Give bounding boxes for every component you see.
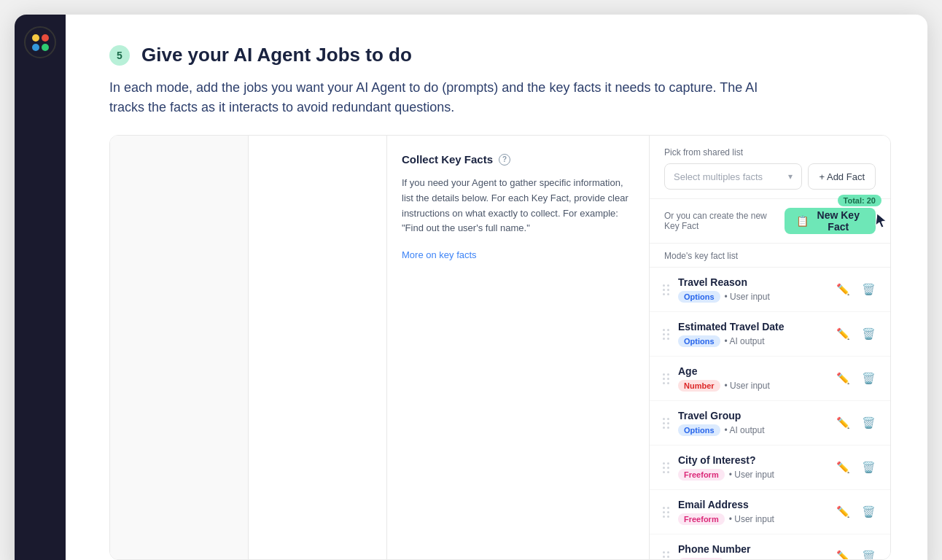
drag-handle[interactable] <box>661 416 671 430</box>
step-description: In each mode, add the jobs you want your… <box>109 78 766 117</box>
logo-dots <box>32 34 49 51</box>
fact-info-0: Travel Reason Options • User input <box>678 276 826 303</box>
fact-type-label-2: • User input <box>725 381 770 391</box>
fact-type-label-1: • AI output <box>725 336 765 346</box>
key-fact-item: Travel Group Options • AI output ✏️ 🗑️ <box>650 401 890 446</box>
new-key-fact-button[interactable]: 📋 New Key Fact <box>785 208 876 234</box>
delete-fact-button-1[interactable]: 🗑️ <box>859 324 879 343</box>
select-placeholder: Select multiples facts <box>674 171 763 182</box>
fact-name-1: Estimated Travel Date <box>678 321 826 332</box>
step-badge: 5 <box>109 45 130 66</box>
fact-actions-3: ✏️ 🗑️ <box>833 413 879 432</box>
edit-fact-button-3[interactable]: ✏️ <box>833 413 853 432</box>
fact-tags-0: Options • User input <box>678 291 826 303</box>
delete-fact-button-3[interactable]: 🗑️ <box>859 413 879 432</box>
fact-type-label-5: • User input <box>729 514 774 524</box>
fact-actions-2: ✏️ 🗑️ <box>833 369 879 388</box>
trash-icon: 🗑️ <box>862 283 876 296</box>
key-fact-item: Travel Reason Options • User input ✏️ 🗑️ <box>650 268 890 312</box>
fact-tags-6: Freeform • User input <box>678 558 826 559</box>
pencil-icon: ✏️ <box>836 416 850 429</box>
delete-fact-button-2[interactable]: 🗑️ <box>859 369 879 388</box>
add-fact-button[interactable]: + Add Fact <box>808 163 876 190</box>
trash-icon: 🗑️ <box>862 550 876 559</box>
left-panel-inner <box>110 136 249 559</box>
select-facts-dropdown[interactable]: Select multiples facts ▾ <box>664 163 802 190</box>
logo-dot-red <box>42 34 49 42</box>
collect-key-facts-title: Collect Key Facts <box>402 153 493 166</box>
pencil-icon: ✏️ <box>836 327 850 341</box>
step-header: 5 Give your AI Agent Jobs to do <box>109 44 891 66</box>
fact-type-label-0: • User input <box>725 292 770 302</box>
fact-tags-4: Freeform • User input <box>678 469 826 481</box>
fact-info-4: City of Interest? Freeform • User input <box>678 454 826 481</box>
step-title: Give your AI Agent Jobs to do <box>141 44 412 66</box>
fact-actions-6: ✏️ 🗑️ <box>833 547 879 559</box>
delete-fact-button-6[interactable]: 🗑️ <box>859 547 879 559</box>
total-badge: Total: 20 <box>838 195 881 206</box>
pick-row: Select multiples facts ▾ + Add Fact <box>664 163 876 190</box>
edit-fact-button-4[interactable]: ✏️ <box>833 458 853 477</box>
pencil-icon: ✏️ <box>836 372 850 385</box>
pick-from-shared-section: Pick from shared list Select multiples f… <box>650 136 890 199</box>
key-fact-list: Travel Reason Options • User input ✏️ 🗑️ <box>650 268 890 559</box>
logo-dot-blue <box>32 44 39 51</box>
fact-tag-1: Options <box>678 335 720 347</box>
key-fact-item: Estimated Travel Date Options • AI outpu… <box>650 312 890 357</box>
trash-icon: 🗑️ <box>862 505 876 518</box>
fact-tags-1: Options • AI output <box>678 335 826 347</box>
trash-icon: 🗑️ <box>862 372 876 385</box>
trash-icon: 🗑️ <box>862 327 876 341</box>
fact-type-label-3: • AI output <box>725 425 765 435</box>
fact-tag-3: Options <box>678 424 720 436</box>
pencil-icon: ✏️ <box>836 550 850 559</box>
fact-name-6: Phone Number <box>678 543 826 555</box>
fact-tags-5: Freeform • User input <box>678 513 826 525</box>
fact-actions-0: ✏️ 🗑️ <box>833 280 879 299</box>
edit-fact-button-1[interactable]: ✏️ <box>833 324 853 343</box>
drag-handle[interactable] <box>661 550 671 560</box>
fact-info-2: Age Number • User input <box>678 365 826 392</box>
fact-tag-0: Options <box>678 291 720 303</box>
cursor-icon <box>874 212 889 230</box>
drag-handle[interactable] <box>661 372 671 386</box>
drag-handle[interactable] <box>661 283 671 297</box>
or-create-label: Or you can create the new Key Fact <box>664 211 785 231</box>
delete-fact-button-5[interactable]: 🗑️ <box>859 502 879 521</box>
middle-panel: Collect Key Facts ? If you need your Age… <box>387 136 650 559</box>
fact-tag-2: Number <box>678 380 720 392</box>
delete-fact-button-4[interactable]: 🗑️ <box>859 458 879 477</box>
drag-handle[interactable] <box>661 327 671 341</box>
logo-dot-green <box>42 44 49 51</box>
fact-tags-3: Options • AI output <box>678 424 826 436</box>
pencil-icon: ✏️ <box>836 283 850 296</box>
delete-fact-button-0[interactable]: 🗑️ <box>859 280 879 299</box>
key-fact-item: Email Address Freeform • User input ✏️ 🗑… <box>650 490 890 534</box>
logo[interactable] <box>24 26 56 58</box>
fact-tag-4: Freeform <box>678 469 725 481</box>
new-key-fact-label: New Key Fact <box>813 209 865 233</box>
main-content: 5 Give your AI Agent Jobs to do In each … <box>66 15 927 560</box>
trash-icon: 🗑️ <box>862 461 876 474</box>
drag-handle[interactable] <box>661 461 671 475</box>
fact-tags-2: Number • User input <box>678 380 826 392</box>
edit-fact-button-6[interactable]: ✏️ <box>833 547 853 559</box>
fact-type-label-4: • User input <box>729 470 774 480</box>
fact-actions-4: ✏️ 🗑️ <box>833 458 879 477</box>
edit-fact-button-2[interactable]: ✏️ <box>833 369 853 388</box>
info-icon[interactable]: ? <box>499 154 510 166</box>
logo-dot-yellow <box>32 34 39 42</box>
fact-name-0: Travel Reason <box>678 276 826 288</box>
more-on-key-facts-link[interactable]: More on key facts <box>402 249 477 260</box>
document-icon: 📋 <box>796 215 809 227</box>
fact-name-2: Age <box>678 365 826 377</box>
right-panel: Pick from shared list Select multiples f… <box>650 136 890 559</box>
drag-handle[interactable] <box>661 505 671 519</box>
fact-name-3: Travel Group <box>678 410 826 421</box>
fact-info-3: Travel Group Options • AI output <box>678 410 826 436</box>
edit-fact-button-5[interactable]: ✏️ <box>833 502 853 521</box>
edit-fact-button-0[interactable]: ✏️ <box>833 280 853 299</box>
new-key-fact-wrapper: 📋 New Key Fact Total: 20 <box>785 208 876 234</box>
key-fact-item: Phone Number Freeform • User input ✏️ 🗑️ <box>650 534 890 559</box>
fact-tag-5: Freeform <box>678 513 725 525</box>
